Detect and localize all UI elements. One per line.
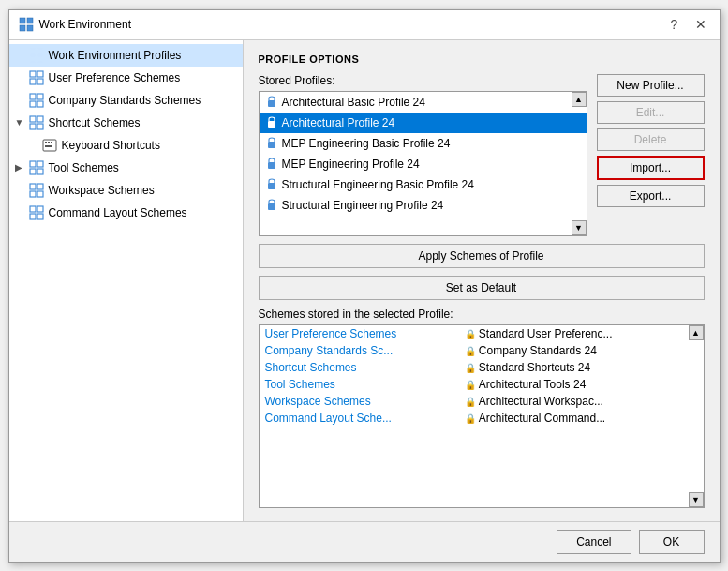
svg-rect-4 bbox=[30, 49, 36, 54]
tree-item-shortcut-schemes[interactable]: ▼Shortcut Schemes bbox=[9, 112, 243, 134]
import-button[interactable]: Import... bbox=[597, 156, 705, 180]
svg-rect-15 bbox=[37, 101, 43, 107]
svg-rect-0 bbox=[20, 18, 25, 23]
edit-button[interactable]: Edit... bbox=[597, 101, 705, 124]
scheme-right: 🔒Architectural Command... bbox=[459, 410, 704, 427]
tree-item-work-env-profiles[interactable]: Work Environment Profiles bbox=[9, 44, 243, 67]
scheme-right-text: Architectural Workspac... bbox=[479, 395, 603, 408]
scheme-row[interactable]: Company Standards Sc...🔒Company Standard… bbox=[260, 342, 704, 359]
grid-icon bbox=[28, 115, 45, 130]
svg-rect-35 bbox=[30, 214, 36, 219]
svg-rect-19 bbox=[37, 124, 43, 129]
new-profile-button[interactable]: New Profile... bbox=[597, 74, 705, 97]
profiles-scroll-up[interactable]: ▲ bbox=[572, 92, 587, 107]
close-button[interactable]: ✕ bbox=[691, 15, 710, 34]
svg-rect-24 bbox=[45, 145, 52, 147]
profiles-scroll-down[interactable]: ▼ bbox=[572, 220, 587, 235]
profile-label: MEP Engineering Basic Profile 24 bbox=[282, 137, 451, 150]
profile-icon bbox=[265, 116, 278, 129]
tree-item-command-layout[interactable]: Command Layout Schemes bbox=[9, 202, 243, 224]
scheme-lock-icon: 🔒 bbox=[465, 413, 476, 424]
tree-item-label: Company Standards Schemes bbox=[49, 94, 201, 107]
export-button[interactable]: Export... bbox=[597, 185, 705, 207]
scheme-right: 🔒Standard Shortcuts 24 bbox=[459, 359, 704, 376]
scheme-right: 🔒Architectural Workspac... bbox=[459, 393, 704, 410]
grid-icon bbox=[28, 70, 45, 85]
ok-button[interactable]: OK bbox=[639, 530, 705, 554]
scheme-row[interactable]: User Preference Schemes🔒Standard User Pr… bbox=[260, 325, 704, 342]
delete-button[interactable]: Delete bbox=[597, 128, 705, 151]
profile-item-arch-profile[interactable]: Architectural Profile 24 bbox=[260, 113, 587, 133]
help-button[interactable]: ? bbox=[665, 15, 684, 34]
scheme-left: Tool Schemes bbox=[260, 376, 459, 393]
scheme-left: User Preference Schemes bbox=[260, 325, 459, 342]
dialog-body: Work Environment ProfilesUser Preference… bbox=[9, 40, 720, 521]
svg-rect-22 bbox=[48, 142, 50, 143]
svg-rect-32 bbox=[37, 191, 43, 197]
scheme-right: 🔒Standard User Preferenc... bbox=[459, 325, 704, 342]
svg-rect-27 bbox=[30, 169, 36, 174]
tree-item-keyboard-shortcuts[interactable]: Keyboard Shortcuts bbox=[9, 134, 243, 157]
svg-rect-21 bbox=[45, 142, 47, 143]
scheme-right-text: Standard Shortcuts 24 bbox=[479, 361, 590, 374]
profiles-list-container: Stored Profiles: Architectural Basic Pro… bbox=[259, 74, 587, 236]
tree-item-label: Keyboard Shortcuts bbox=[62, 139, 160, 152]
dialog-title: Work Environment bbox=[39, 18, 131, 31]
profile-icon bbox=[265, 137, 278, 150]
dialog-footer: Cancel OK bbox=[9, 521, 720, 562]
profile-item-struct-basic[interactable]: Structural Engineering Basic Profile 24 bbox=[260, 174, 587, 195]
profile-icon bbox=[265, 199, 278, 212]
svg-rect-9 bbox=[37, 71, 43, 77]
svg-rect-38 bbox=[268, 121, 275, 128]
svg-rect-5 bbox=[37, 49, 43, 54]
scheme-lock-icon: 🔒 bbox=[465, 397, 476, 407]
tree-item-workspace-schemes[interactable]: Workspace Schemes bbox=[9, 179, 243, 202]
grid-icon bbox=[28, 48, 45, 63]
profile-item-arch-basic[interactable]: Architectural Basic Profile 24 bbox=[260, 92, 587, 113]
svg-rect-31 bbox=[30, 191, 36, 197]
svg-rect-17 bbox=[37, 116, 43, 122]
scheme-row[interactable]: Command Layout Sche...🔒Architectural Com… bbox=[260, 410, 704, 427]
scheme-right-text: Architectural Command... bbox=[479, 412, 605, 425]
scheme-lock-icon: 🔒 bbox=[465, 346, 476, 356]
tree-item-tool-schemes[interactable]: ▶Tool Schemes bbox=[9, 157, 243, 179]
cancel-button[interactable]: Cancel bbox=[557, 530, 631, 554]
svg-rect-37 bbox=[268, 100, 275, 107]
profile-label: Structural Engineering Basic Profile 24 bbox=[282, 178, 474, 191]
tree-item-company-standards[interactable]: Company Standards Schemes bbox=[9, 89, 243, 112]
schemes-table: User Preference Schemes🔒Standard User Pr… bbox=[260, 325, 704, 427]
schemes-scroll-down[interactable]: ▼ bbox=[689, 492, 704, 507]
section-title: PROFILE OPTIONS bbox=[259, 53, 705, 65]
set-default-button[interactable]: Set as Default bbox=[259, 276, 705, 300]
profile-label: MEP Engineering Profile 24 bbox=[282, 158, 420, 171]
svg-rect-26 bbox=[37, 161, 43, 167]
profiles-list[interactable]: Architectural Basic Profile 24Architectu… bbox=[259, 91, 587, 236]
scheme-right-text: Standard User Preferenc... bbox=[479, 327, 613, 340]
svg-rect-30 bbox=[37, 184, 43, 189]
scheme-right-text: Architectural Tools 24 bbox=[479, 378, 587, 391]
profile-item-mep-profile[interactable]: MEP Engineering Profile 24 bbox=[260, 154, 587, 174]
profile-item-struct-profile[interactable]: Structural Engineering Profile 24 bbox=[260, 195, 587, 216]
svg-rect-40 bbox=[268, 162, 275, 169]
grid-icon bbox=[28, 205, 45, 220]
titlebar: Work Environment ? ✕ bbox=[9, 10, 720, 40]
svg-rect-2 bbox=[20, 25, 25, 31]
schemes-table-container[interactable]: User Preference Schemes🔒Standard User Pr… bbox=[259, 324, 705, 508]
tree-item-label: Shortcut Schemes bbox=[49, 116, 141, 129]
profile-label: Architectural Basic Profile 24 bbox=[282, 96, 425, 109]
svg-rect-3 bbox=[27, 25, 33, 31]
scheme-row[interactable]: Workspace Schemes🔒Architectural Workspac… bbox=[260, 393, 704, 410]
scheme-row[interactable]: Shortcut Schemes🔒Standard Shortcuts 24 bbox=[260, 359, 704, 376]
tree-item-label: Workspace Schemes bbox=[49, 184, 155, 197]
svg-rect-39 bbox=[268, 142, 275, 148]
schemes-scroll-up[interactable]: ▲ bbox=[689, 325, 704, 340]
scheme-left: Command Layout Sche... bbox=[260, 410, 459, 427]
tree-item-label: User Preference Schemes bbox=[49, 71, 181, 84]
svg-rect-18 bbox=[30, 124, 36, 129]
schemes-label: Schemes stored in the selected Profile: bbox=[259, 308, 705, 321]
apply-schemes-button[interactable]: Apply Schemes of Profile bbox=[259, 244, 705, 268]
tree-item-user-pref-schemes[interactable]: User Preference Schemes bbox=[9, 67, 243, 89]
profile-item-mep-basic[interactable]: MEP Engineering Basic Profile 24 bbox=[260, 133, 587, 154]
titlebar-icon bbox=[19, 17, 34, 32]
scheme-row[interactable]: Tool Schemes🔒Architectural Tools 24 bbox=[260, 376, 704, 393]
